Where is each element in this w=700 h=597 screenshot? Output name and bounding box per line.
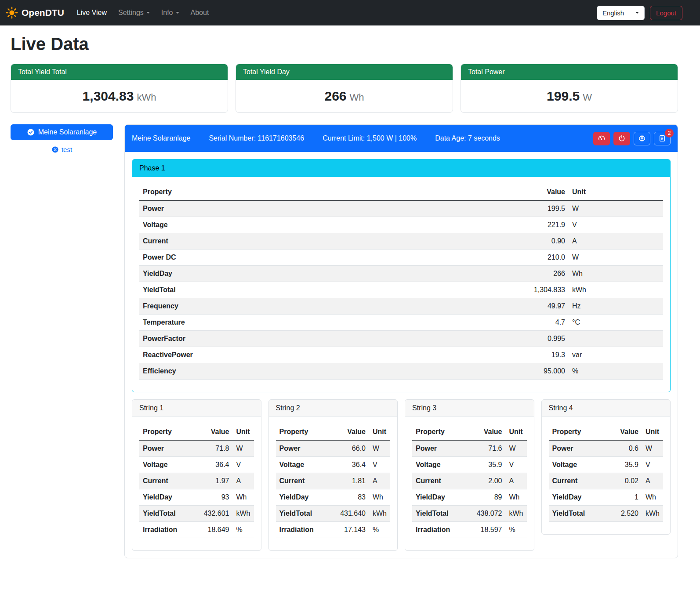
value-cell: 1.81 xyxy=(329,473,369,489)
value-cell: 17.143 xyxy=(329,522,369,538)
property-cell: YieldTotal xyxy=(412,506,465,522)
nav-item-about[interactable]: About xyxy=(185,5,215,20)
column-header-property: Property xyxy=(139,424,192,440)
limit-settings-button[interactable] xyxy=(593,132,610,145)
property-cell: Power xyxy=(549,440,602,457)
chevron-down-icon xyxy=(635,12,639,14)
table-header-row: Property Value Unit xyxy=(276,424,391,440)
value-cell: 36.4 xyxy=(329,457,369,473)
card-title: Total Yield Total xyxy=(11,64,228,80)
card-title: Total Yield Day xyxy=(236,64,453,80)
cpu-chip-icon xyxy=(638,134,646,142)
table-header-row: Property Value Unit xyxy=(549,424,664,440)
unit-cell: V xyxy=(369,457,390,473)
column-header-unit: Unit xyxy=(233,424,254,440)
value-cell: 18.597 xyxy=(465,522,506,538)
unit-cell: % xyxy=(233,522,254,538)
logout-button[interactable]: Logout xyxy=(650,6,682,20)
table-row: Power0.6W xyxy=(549,440,664,457)
value-cell: 431.640 xyxy=(329,506,369,522)
property-cell: YieldDay xyxy=(412,489,465,506)
table-row: ReactivePower19.3var xyxy=(139,347,663,363)
string-1-table: Property Value Unit Power71.8WVoltage36.… xyxy=(139,424,254,538)
table-row: Frequency49.97Hz xyxy=(139,298,663,315)
column-header-unit: Unit xyxy=(642,424,663,440)
unit-cell: kWh xyxy=(369,506,390,522)
table-row: Voltage35.9V xyxy=(549,457,664,473)
inverter-panel: Meine Solaranlage Serial Number: 1161716… xyxy=(124,124,678,558)
card-unit: kWh xyxy=(137,92,156,103)
property-cell: Voltage xyxy=(139,457,192,473)
inverter-limit: Current Limit: 1,500 W | 100% xyxy=(323,134,417,142)
table-row: YieldTotal431.640kWh xyxy=(276,506,391,522)
table-row: Voltage35.9V xyxy=(412,457,527,473)
value-cell: 432.601 xyxy=(192,506,233,522)
navbar: OpenDTU Live View Settings Info About En… xyxy=(0,0,700,25)
unit-cell: A xyxy=(506,473,527,489)
property-cell: Current xyxy=(412,473,465,489)
string-table-wrap: Property Value Unit Power71.6WVoltage35.… xyxy=(405,417,534,550)
value-cell: 210.0 xyxy=(516,250,569,266)
inverter-select-button[interactable]: Meine Solaranlage xyxy=(11,124,113,140)
value-cell: 0.6 xyxy=(602,440,642,457)
sidebar-item-label: test xyxy=(62,146,72,153)
value-cell: 49.97 xyxy=(516,298,569,315)
card-value: 266 xyxy=(324,89,346,103)
nav-item-live-view[interactable]: Live View xyxy=(71,5,112,20)
unit-cell: % xyxy=(569,363,663,380)
table-row: Current1.97A xyxy=(139,473,254,489)
x-circle-icon xyxy=(51,146,59,153)
inverter-data-age: Data Age: 7 seconds xyxy=(435,134,500,142)
column-header-value: Value xyxy=(329,424,369,440)
table-row: Power66.0W xyxy=(276,440,391,457)
nav-item-settings[interactable]: Settings xyxy=(112,5,156,20)
table-row: PowerFactor0.995 xyxy=(139,331,663,347)
power-button[interactable] xyxy=(613,132,630,145)
unit-cell: Hz xyxy=(569,298,663,315)
language-select[interactable]: English xyxy=(597,6,645,20)
table-row: Power71.6W xyxy=(412,440,527,457)
property-cell: Power xyxy=(412,440,465,457)
device-info-button[interactable] xyxy=(634,132,650,145)
journal-list-icon xyxy=(658,134,666,142)
inverter-header: Meine Solaranlage Serial Number: 1161716… xyxy=(125,125,678,152)
column-header-property: Property xyxy=(139,184,516,200)
value-cell: 0.02 xyxy=(602,473,642,489)
event-log-button[interactable]: 2 xyxy=(654,132,671,145)
language-value: English xyxy=(602,9,624,17)
value-cell: 83 xyxy=(329,489,369,506)
table-row: Irradiation17.143% xyxy=(276,522,391,538)
value-cell: 0.90 xyxy=(516,233,569,250)
property-cell: YieldTotal xyxy=(276,506,329,522)
property-cell: Power DC xyxy=(139,250,516,266)
column-header-value: Value xyxy=(192,424,233,440)
string-4-panel: String 4 Property Value Unit xyxy=(541,399,671,535)
nav-item-label: Live View xyxy=(77,9,107,17)
table-row: Power71.8W xyxy=(139,440,254,457)
nav-item-info[interactable]: Info xyxy=(156,5,185,20)
value-cell: 2.00 xyxy=(465,473,506,489)
value-cell: 89 xyxy=(465,489,506,506)
column-header-property: Property xyxy=(412,424,465,440)
check-circle-icon xyxy=(27,128,35,136)
sidebar-item-test[interactable]: test xyxy=(11,146,113,153)
unit-cell: V xyxy=(506,457,527,473)
table-row: YieldDay266Wh xyxy=(139,266,663,282)
value-cell: 1 xyxy=(602,489,642,506)
unit-cell: V xyxy=(642,457,663,473)
string-2-table: Property Value Unit Power66.0WVoltage36.… xyxy=(276,424,391,538)
property-cell: YieldDay xyxy=(549,489,602,506)
string-title: String 2 xyxy=(269,400,398,417)
card-total-power: Total Power 199.5W xyxy=(461,64,678,113)
table-row: Voltage36.4V xyxy=(276,457,391,473)
column-header-unit: Unit xyxy=(369,424,390,440)
property-cell: Power xyxy=(139,200,516,217)
nav-item-label: About xyxy=(191,9,209,17)
strings-row: String 1 Property Value Unit xyxy=(132,399,671,551)
brand-link[interactable]: OpenDTU xyxy=(5,6,64,19)
unit-cell: kWh xyxy=(569,282,663,298)
string-1-panel: String 1 Property Value Unit xyxy=(132,399,261,551)
property-cell: Voltage xyxy=(549,457,602,473)
property-cell: Voltage xyxy=(139,217,516,233)
power-icon xyxy=(618,134,626,142)
